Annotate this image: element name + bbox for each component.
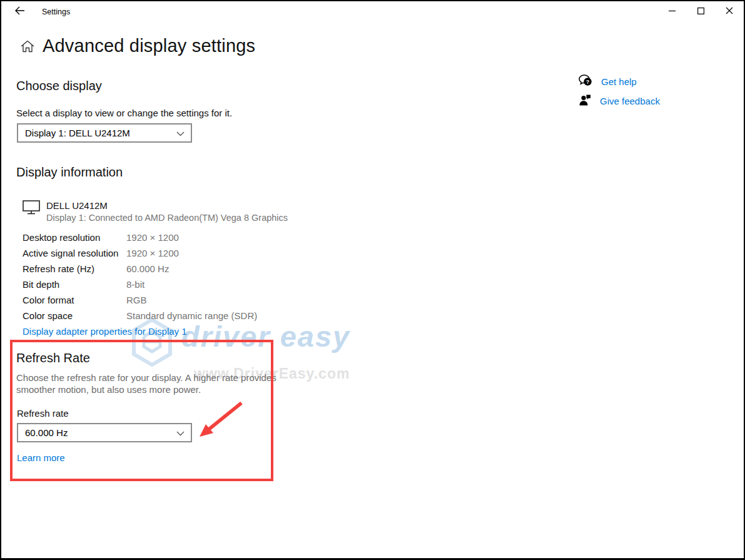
monitor-connection: Display 1: Connected to AMD Radeon(TM) V… <box>46 213 288 223</box>
adapter-properties-link[interactable]: Display adapter properties for Display 1 <box>23 326 187 337</box>
back-button[interactable] <box>9 3 30 21</box>
page-title: Advanced display settings <box>43 36 255 56</box>
property-label: Desktop resolution <box>23 232 100 243</box>
chevron-down-icon <box>176 427 185 439</box>
refresh-rate-select[interactable]: 60.000 Hz <box>17 423 192 442</box>
titlebar: Settings <box>1 1 744 23</box>
property-label: Color space <box>23 310 73 321</box>
monitor-name: DELL U2412M <box>46 200 108 211</box>
annotation-arrow-icon <box>194 399 245 442</box>
choose-display-description: Select a display to view or change the s… <box>16 108 232 118</box>
feedback-icon <box>579 94 591 108</box>
property-value: 1920 × 1200 <box>126 248 179 258</box>
window-title: Settings <box>42 8 70 16</box>
minimize-icon <box>669 6 676 17</box>
svg-text:?: ? <box>586 79 590 85</box>
help-icon: ? <box>579 74 592 89</box>
give-feedback-link[interactable]: Give feedback <box>579 94 660 108</box>
close-button[interactable] <box>715 1 744 21</box>
refresh-rate-label: Refresh rate <box>17 408 69 419</box>
home-icon <box>21 40 34 55</box>
property-value: 60.000 Hz <box>126 263 169 274</box>
chevron-down-icon <box>176 128 185 139</box>
property-value: Standard dynamic range (SDR) <box>126 310 257 321</box>
property-label: Refresh rate (Hz) <box>23 263 94 274</box>
maximize-button[interactable] <box>686 1 715 21</box>
back-arrow-icon <box>14 6 25 18</box>
property-label: Bit depth <box>23 279 59 290</box>
get-help-link[interactable]: ? Get help <box>579 74 637 89</box>
monitor-icon <box>23 200 40 217</box>
learn-more-link[interactable]: Learn more <box>17 452 65 463</box>
refresh-rate-description-line1: Choose the refresh rate for your display… <box>16 372 276 384</box>
property-value: 8-bit <box>126 279 144 290</box>
property-value: 1920 × 1200 <box>126 232 179 243</box>
close-icon <box>726 6 733 17</box>
maximize-icon <box>697 6 704 17</box>
give-feedback-label: Give feedback <box>600 96 660 106</box>
minimize-button[interactable] <box>657 1 686 21</box>
settings-window: driver easy www.DriverEasy.com Settings <box>0 0 745 560</box>
watermark-brand: driver easy <box>181 319 350 354</box>
refresh-rate-select-value: 60.000 Hz <box>25 427 176 438</box>
refresh-rate-description: Choose the refresh rate for your display… <box>16 372 276 395</box>
choose-display-heading: Choose display <box>16 79 102 93</box>
display-information-heading: Display information <box>16 165 123 180</box>
refresh-rate-description-line2: smoother motion, but also uses more powe… <box>16 384 276 395</box>
refresh-rate-heading: Refresh Rate <box>16 351 90 365</box>
property-label: Active signal resolution <box>23 248 118 258</box>
display-select[interactable]: Display 1: DELL U2412M <box>17 123 192 143</box>
display-select-value: Display 1: DELL U2412M <box>25 128 176 138</box>
property-value: RGB <box>126 295 147 305</box>
get-help-label: Get help <box>601 76 637 87</box>
property-label: Color format <box>23 295 74 305</box>
